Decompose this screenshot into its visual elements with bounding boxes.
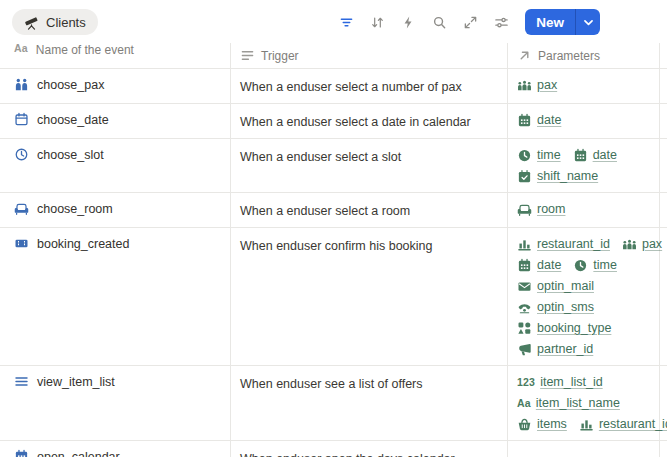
- parameter-tag[interactable]: booking_type: [517, 320, 611, 336]
- parameter-line: room: [517, 201, 651, 217]
- trigger-cell[interactable]: When enduser confirm his booking: [231, 228, 508, 365]
- trigger-text: When a enduser select a number of pax: [240, 80, 462, 94]
- parameter-tag[interactable]: time: [573, 257, 617, 273]
- parameter-tag[interactable]: shift_name: [517, 168, 598, 184]
- parameter-tag[interactable]: 123item_list_id: [517, 374, 603, 390]
- couch-icon: [517, 202, 532, 217]
- event-name-cell[interactable]: choose_pax: [0, 69, 231, 103]
- parameter-tag[interactable]: optin_mail: [517, 278, 594, 294]
- parameter-line: 123item_list_id: [517, 374, 651, 390]
- parameter-tag[interactable]: partner_id: [517, 341, 593, 357]
- parameter-tag[interactable]: restaurant_id: [579, 416, 667, 432]
- column-header-name[interactable]: Aa Name of the event: [0, 43, 231, 68]
- parameter-tag[interactable]: time: [517, 147, 561, 163]
- trigger-cell[interactable]: When enduser see a list of offers: [231, 366, 508, 440]
- event-name: choose_date: [37, 112, 109, 128]
- events-table: Aa Name of the event Trigger Parameters …: [0, 43, 667, 457]
- event-name: choose_room: [37, 201, 113, 217]
- event-name-cell[interactable]: open_calendar: [0, 441, 231, 457]
- parameters-cell[interactable]: pax: [508, 69, 660, 103]
- date-icon: [573, 148, 588, 163]
- trigger-cell[interactable]: When a enduser select a slot: [231, 139, 508, 192]
- parameter-line: shift_name: [517, 168, 651, 184]
- row-spacer: [660, 139, 667, 192]
- parameter-tag[interactable]: pax: [517, 77, 557, 93]
- event-name-cell[interactable]: choose_date: [0, 104, 231, 138]
- parameters-cell[interactable]: date: [508, 104, 660, 138]
- event-name: booking_created: [37, 236, 129, 252]
- new-button-group: New: [525, 9, 600, 35]
- pax-icon: [622, 237, 637, 252]
- parameter-label: time: [537, 147, 561, 163]
- num123-icon: 123: [517, 377, 535, 388]
- calendar-grid-icon: [14, 449, 29, 457]
- parameter-tag[interactable]: date: [517, 257, 561, 273]
- parameter-lines: restaurant_idpaxdatetimeoptin_mailoptin_…: [517, 236, 651, 357]
- table-row: open_calendarWhen enduser open the days …: [0, 441, 667, 457]
- filter-icon[interactable]: [334, 10, 358, 34]
- new-button[interactable]: New: [525, 9, 575, 35]
- parameter-lines: date: [517, 112, 651, 128]
- list-icon: [14, 374, 29, 389]
- parameter-tag[interactable]: Aaitem_list_name: [517, 395, 620, 411]
- ticket-icon: [14, 236, 29, 251]
- parameter-line: itemsrestaurant_id: [517, 416, 651, 432]
- relation-icon: [517, 48, 532, 63]
- bank-icon: [579, 417, 594, 432]
- parameter-label: time: [593, 257, 617, 273]
- parameters-cell[interactable]: 123item_list_idAaitem_list_nameitemsrest…: [508, 366, 660, 440]
- event-name-cell[interactable]: choose_slot: [0, 139, 231, 192]
- parameter-tag[interactable]: restaurant_id: [517, 236, 610, 252]
- search-icon[interactable]: [427, 10, 451, 34]
- expand-icon[interactable]: [458, 10, 482, 34]
- trigger-text: When a enduser select a date in calendar: [240, 115, 471, 129]
- parameter-label: pax: [537, 77, 557, 93]
- parameter-tag[interactable]: optin_sms: [517, 299, 594, 315]
- time-icon: [573, 258, 588, 273]
- new-dropdown-button[interactable]: [575, 9, 600, 35]
- event-name-cell[interactable]: booking_created: [0, 228, 231, 365]
- parameter-line: restaurant_idpax: [517, 236, 651, 252]
- event-name: choose_pax: [37, 77, 104, 93]
- parameter-tag[interactable]: room: [517, 201, 565, 217]
- parameters-cell[interactable]: timedateshift_name: [508, 139, 660, 192]
- trigger-cell[interactable]: When a enduser select a room: [231, 193, 508, 227]
- parameter-line: optin_sms: [517, 299, 651, 315]
- parameter-tag[interactable]: pax: [622, 236, 662, 252]
- event-name-cell[interactable]: choose_room: [0, 193, 231, 227]
- parameters-cell[interactable]: restaurant_idpaxdatetimeoptin_mailoptin_…: [508, 228, 660, 365]
- column-header-parameters-label: Parameters: [538, 49, 600, 63]
- trigger-cell[interactable]: When a enduser select a number of pax: [231, 69, 508, 103]
- bolt-icon[interactable]: [396, 10, 420, 34]
- mail-icon: [517, 279, 532, 294]
- parameters-cell[interactable]: room: [508, 193, 660, 227]
- table-row: choose_dateWhen a enduser select a date …: [0, 104, 667, 139]
- column-header-trigger[interactable]: Trigger: [231, 43, 508, 68]
- trigger-cell[interactable]: When enduser open the days calendar: [231, 441, 508, 457]
- calendar-icon: [14, 112, 29, 127]
- parameters-cell[interactable]: [508, 441, 660, 457]
- clients-view-button[interactable]: Clients: [12, 9, 98, 35]
- sliders-icon[interactable]: [489, 10, 513, 34]
- parameter-lines: room: [517, 201, 651, 217]
- sort-icon[interactable]: [365, 10, 389, 34]
- parameter-lines: pax: [517, 77, 651, 93]
- parameter-label: items: [537, 416, 567, 432]
- title-icon: Aa: [14, 43, 28, 54]
- time-icon: [517, 148, 532, 163]
- clients-view-label: Clients: [46, 15, 86, 30]
- parameter-tag[interactable]: date: [573, 147, 617, 163]
- column-header-parameters[interactable]: Parameters: [508, 43, 660, 68]
- parameter-label: restaurant_id: [599, 416, 667, 432]
- event-name-cell[interactable]: view_item_list: [0, 366, 231, 440]
- parameter-tag[interactable]: date: [517, 112, 561, 128]
- parameter-label: optin_mail: [537, 278, 594, 294]
- view-toolbar: New: [334, 9, 600, 35]
- table-row: booking_createdWhen enduser confirm his …: [0, 228, 667, 366]
- trigger-cell[interactable]: When a enduser select a date in calendar: [231, 104, 508, 138]
- parameter-line: datetime: [517, 257, 651, 273]
- chevron-down-icon: [581, 15, 596, 30]
- parameter-line: date: [517, 112, 651, 128]
- parameter-tag[interactable]: items: [517, 416, 567, 432]
- textAa-icon: Aa: [517, 398, 531, 409]
